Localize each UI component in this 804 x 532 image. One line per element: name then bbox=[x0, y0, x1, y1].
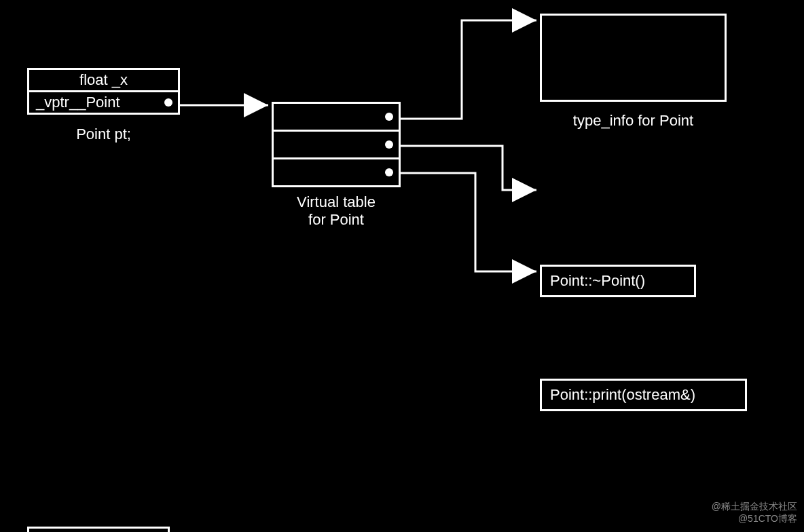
typeinfo-box bbox=[540, 14, 727, 102]
typeinfo-caption: type_info for Point bbox=[540, 112, 727, 130]
vtable-caption: Virtual table for Point bbox=[272, 193, 401, 229]
pointer-dot-icon bbox=[385, 113, 393, 121]
print-box: Point::print(ostream&) bbox=[540, 379, 747, 411]
dtor-box: Point::~Point() bbox=[540, 265, 696, 297]
object-field-x: float _x bbox=[27, 68, 180, 92]
pointer-dot-icon bbox=[164, 98, 172, 107]
watermark-1: @稀土掘金技术社区 bbox=[712, 501, 797, 513]
static-var-box: static int Point:: _point_count bbox=[27, 527, 170, 532]
pointer-dot-icon bbox=[385, 140, 393, 149]
watermark-2: @51CTO博客 bbox=[738, 513, 797, 525]
vtable bbox=[272, 102, 401, 187]
print-label: Point::print(ostream&) bbox=[550, 386, 695, 403]
object-field-vptr: _vptr__Point bbox=[27, 90, 180, 115]
vptr-label: _vptr__Point bbox=[36, 94, 120, 111]
dtor-label: Point::~Point() bbox=[550, 272, 645, 289]
pointer-dot-icon bbox=[385, 168, 393, 176]
object-caption: Point pt; bbox=[27, 126, 180, 143]
object-instance: float _x _vptr__Point bbox=[27, 68, 180, 115]
vtable-caption-line1: Virtual table bbox=[272, 193, 401, 211]
vtable-slot-2 bbox=[272, 157, 401, 187]
vtable-slot-0 bbox=[272, 102, 401, 132]
vtable-caption-line2: for Point bbox=[272, 211, 401, 229]
vtable-slot-1 bbox=[272, 130, 401, 159]
